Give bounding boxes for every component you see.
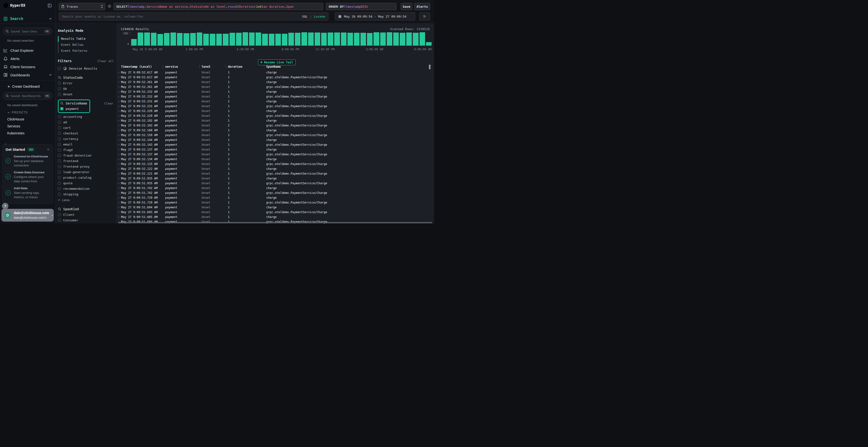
- row-expand-chevron-icon[interactable]: ›: [118, 177, 120, 180]
- table-row[interactable]: › May 27 9:09:52.192 AM payment Unset 1 …: [116, 119, 434, 124]
- chart-bar[interactable]: [301, 32, 307, 45]
- run-query-button[interactable]: [419, 12, 430, 21]
- filter-option[interactable]: fraud-detection: [58, 153, 114, 157]
- chart-bar[interactable]: [413, 33, 418, 45]
- chart-bar[interactable]: [420, 32, 425, 45]
- table-row[interactable]: › May 27 9:09:52.192 AM payment Unset 2 …: [116, 124, 434, 128]
- column-resize-handle[interactable]: [264, 65, 264, 69]
- row-expand-chevron-icon[interactable]: ›: [118, 148, 120, 151]
- row-expand-chevron-icon[interactable]: ›: [118, 114, 120, 117]
- chart-bar[interactable]: [216, 34, 222, 45]
- create-dashboard-button[interactable]: Create Dashboard: [7, 84, 55, 89]
- table-row[interactable]: › May 27 9:09:51.935 AM payment Unset 1 …: [116, 176, 434, 181]
- chart-bar[interactable]: [315, 33, 320, 45]
- checkbox[interactable]: [58, 67, 61, 70]
- chart-bar[interactable]: [426, 42, 432, 45]
- mode-results-table[interactable]: Results Table: [61, 36, 114, 42]
- table-row[interactable]: › May 27 9:09:51.694 AM payment Unset 1 …: [116, 205, 434, 210]
- sidebar-item-dashboards[interactable]: Dashboards: [0, 71, 55, 79]
- chart-bar[interactable]: [367, 33, 373, 45]
- checkbox[interactable]: [58, 137, 61, 140]
- table-row[interactable]: › May 27 9:09:51.729 AM payment Unset 1 …: [116, 201, 434, 205]
- chart-bar[interactable]: [197, 33, 202, 45]
- chevron-up-icon[interactable]: [49, 73, 52, 76]
- order-by-input[interactable]: ORDER BY Timestamp DESC: [326, 3, 396, 10]
- sidebar-collapse-icon[interactable]: [48, 3, 52, 8]
- checkbox[interactable]: [58, 82, 61, 85]
- filter-option[interactable]: accounting: [58, 115, 114, 118]
- chart-bar[interactable]: [295, 33, 301, 45]
- row-expand-chevron-icon[interactable]: ›: [118, 109, 120, 113]
- chevron-up-icon[interactable]: [49, 18, 52, 20]
- chart-bar[interactable]: [184, 33, 189, 45]
- checkbox[interactable]: [58, 143, 61, 146]
- chart-bar[interactable]: [334, 33, 340, 45]
- search-icon[interactable]: [60, 102, 64, 105]
- row-expand-chevron-icon[interactable]: ›: [118, 90, 120, 94]
- row-expand-chevron-icon[interactable]: ›: [118, 76, 120, 79]
- chart-bar[interactable]: [138, 33, 143, 45]
- filter-option[interactable]: recommendation: [58, 187, 114, 191]
- filter-option[interactable]: Ok: [58, 87, 114, 91]
- chart-bar[interactable]: [210, 34, 215, 45]
- table-row[interactable]: › May 27 9:09:52.134 AM payment Unset 1 …: [116, 157, 434, 162]
- row-expand-chevron-icon[interactable]: ›: [118, 172, 120, 175]
- table-row[interactable]: › May 27 9:09:52.137 AM payment Unset 1 …: [116, 148, 434, 152]
- filter-option[interactable]: shipping: [58, 193, 114, 196]
- table-row[interactable]: › May 27 9:09:52.160 AM payment Unset 1 …: [116, 128, 434, 133]
- table-row[interactable]: › May 27 9:09:52.144 AM payment Unset 1 …: [116, 138, 434, 143]
- filter-option[interactable]: currency: [58, 137, 114, 141]
- filter-option[interactable]: ad: [58, 121, 114, 124]
- chart-bar[interactable]: [308, 33, 314, 45]
- filter-option[interactable]: Consumer: [58, 218, 114, 222]
- checkbox-checked[interactable]: [60, 107, 63, 110]
- row-expand-chevron-icon[interactable]: ›: [118, 162, 120, 166]
- checkbox[interactable]: [58, 148, 61, 151]
- table-row[interactable]: › May 27 9:09:52.229 AM payment Unset 1 …: [116, 109, 434, 114]
- chart-bar[interactable]: [255, 33, 261, 45]
- chart-bar[interactable]: [347, 33, 353, 45]
- filter-option[interactable]: Client: [58, 213, 114, 216]
- row-expand-chevron-icon[interactable]: ›: [118, 153, 120, 156]
- search-icon[interactable]: [58, 76, 61, 79]
- chart-bar[interactable]: [262, 34, 268, 45]
- filter-option[interactable]: quote: [58, 181, 114, 185]
- search-input[interactable]: Search your events w/ Lucene ex. column:…: [59, 12, 329, 21]
- filter-option[interactable]: frontend-proxy: [58, 165, 114, 168]
- lucene-toggle[interactable]: Lucene: [314, 15, 325, 18]
- sql-select-input[interactable]: SELECT Timestamp, ServiceName as service…: [114, 3, 323, 10]
- checkbox[interactable]: [58, 154, 61, 157]
- help-button[interactable]: ?: [2, 203, 8, 209]
- table-row[interactable]: › May 27 9:09:52.159 AM payment Unset 1 …: [116, 133, 434, 138]
- column-resize-handle[interactable]: [225, 65, 226, 69]
- chart-bar[interactable]: [400, 33, 405, 45]
- mode-event-deltas[interactable]: Event Deltas: [61, 42, 114, 48]
- row-expand-chevron-icon[interactable]: ›: [118, 143, 120, 146]
- filter-option[interactable]: Error: [58, 81, 114, 85]
- checkbox[interactable]: [58, 93, 61, 96]
- chart-bar[interactable]: [170, 33, 176, 45]
- chart-bar[interactable]: [144, 33, 150, 45]
- table-row[interactable]: › May 27 9:09:51.742 AM payment Unset 1 …: [116, 191, 434, 196]
- checkbox[interactable]: [58, 187, 61, 190]
- source-select[interactable]: Traces: [59, 3, 105, 10]
- filter-option[interactable]: frontend: [58, 159, 114, 163]
- filter-option[interactable]: product-catalog: [58, 176, 114, 179]
- denoise-results-option[interactable]: Denoise Results: [58, 67, 114, 70]
- sidebar-item-alerts[interactable]: Alerts: [0, 55, 55, 63]
- chart-bar[interactable]: [321, 33, 327, 45]
- row-expand-chevron-icon[interactable]: ›: [118, 158, 120, 161]
- chart-bar[interactable]: [164, 33, 169, 45]
- chart-bar[interactable]: [269, 34, 274, 46]
- mode-event-patterns[interactable]: Event Patterns: [61, 48, 114, 54]
- row-expand-chevron-icon[interactable]: ›: [118, 186, 120, 190]
- sidebar-item-chart-explorer[interactable]: Chart Explorer: [0, 46, 55, 55]
- checkbox[interactable]: [58, 126, 61, 129]
- checkbox[interactable]: [58, 193, 61, 196]
- table-row[interactable]: › May 27 9:09:52.232 AM payment Unset 1 …: [116, 90, 434, 95]
- row-expand-chevron-icon[interactable]: ›: [118, 129, 120, 132]
- chart-bar[interactable]: [249, 33, 255, 45]
- checkbox[interactable]: [58, 121, 61, 124]
- table-row[interactable]: › May 27 9:09:52.121 AM payment Unset 1 …: [116, 172, 434, 176]
- row-expand-chevron-icon[interactable]: ›: [118, 167, 120, 171]
